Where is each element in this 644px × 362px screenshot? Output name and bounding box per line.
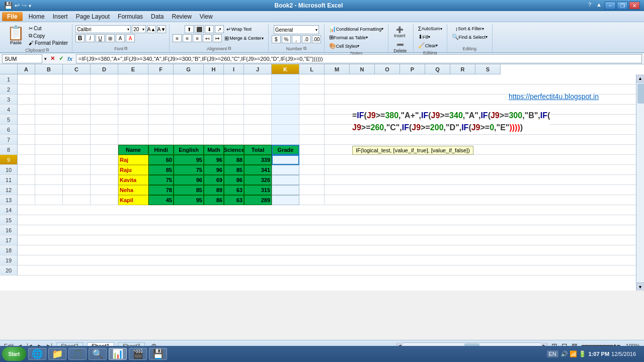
- col-header-r[interactable]: R: [450, 64, 475, 74]
- font-color-button[interactable]: A: [126, 34, 135, 42]
- find-select-button[interactable]: 🔍 Find & Select ▾: [450, 33, 490, 41]
- cell-d4[interactable]: [91, 105, 118, 115]
- cell-e12-neha[interactable]: Neha: [118, 185, 148, 195]
- cell-a1[interactable]: [18, 74, 35, 84]
- cell-a11[interactable]: [18, 175, 35, 185]
- cell-c13[interactable]: [63, 195, 91, 205]
- wrap-text-button[interactable]: ↵ Wrap Text: [225, 26, 253, 33]
- cell-row18[interactable]: [18, 245, 644, 255]
- cell-g11-english[interactable]: 96: [174, 175, 204, 185]
- cell-f10-hindi[interactable]: 85: [148, 165, 174, 175]
- cell-e13-kapil[interactable]: Kapil: [118, 195, 148, 205]
- cell-e2[interactable]: [118, 84, 148, 95]
- font-size-dropdown-icon[interactable]: ▾: [142, 27, 144, 32]
- cell-rest1[interactable]: [325, 74, 644, 84]
- cell-rest13[interactable]: [325, 195, 644, 205]
- col-header-c[interactable]: C: [63, 64, 91, 74]
- cell-f5[interactable]: [148, 115, 174, 125]
- row-num-10[interactable]: 10: [0, 165, 18, 175]
- clear-dropdown-icon[interactable]: ▾: [436, 43, 438, 48]
- col-header-o[interactable]: O: [375, 64, 400, 74]
- cell-f4[interactable]: [148, 105, 174, 115]
- cell-h4[interactable]: [204, 105, 224, 115]
- font-name-dropdown-icon[interactable]: ▾: [127, 27, 129, 32]
- cell-c12[interactable]: [63, 185, 91, 195]
- cell-h13-math[interactable]: 86: [204, 195, 224, 205]
- cell-a8[interactable]: [18, 145, 35, 155]
- cell-f12-hindi[interactable]: 78: [148, 185, 174, 195]
- number-format-dropdown-icon[interactable]: ▾: [315, 28, 317, 32]
- cell-h8-math-header[interactable]: Math: [204, 145, 224, 155]
- cell-b2[interactable]: [35, 84, 63, 95]
- row-num-16[interactable]: 16: [0, 225, 18, 235]
- copy-button[interactable]: ⧉ Copy: [28, 32, 69, 39]
- cell-j7[interactable]: [244, 135, 272, 145]
- cell-c9[interactable]: [63, 155, 91, 165]
- cell-c3[interactable]: [63, 95, 91, 105]
- number-format-box[interactable]: General ▾: [274, 25, 319, 34]
- redo-icon[interactable]: ↪: [22, 2, 27, 9]
- cell-h5[interactable]: [204, 115, 224, 125]
- cell-a3[interactable]: [18, 95, 35, 105]
- cell-i4[interactable]: [224, 105, 244, 115]
- currency-button[interactable]: $: [272, 35, 281, 43]
- cell-g2[interactable]: [174, 84, 204, 95]
- cell-c6[interactable]: [63, 125, 91, 135]
- cell-rest4[interactable]: [325, 105, 644, 115]
- cell-d3[interactable]: [91, 95, 118, 105]
- cell-a7[interactable]: [18, 135, 35, 145]
- restore-button[interactable]: ❐: [617, 2, 628, 10]
- taskbar-video[interactable]: 🎬: [129, 348, 147, 360]
- row-num-8[interactable]: 8: [0, 145, 18, 155]
- cell-a10[interactable]: [18, 165, 35, 175]
- conditional-dropdown-icon[interactable]: ▾: [381, 27, 383, 31]
- autosum-button[interactable]: Σ AutoSum ▾: [417, 25, 444, 32]
- cell-c1[interactable]: [63, 74, 91, 84]
- cell-i7[interactable]: [224, 135, 244, 145]
- sort-filter-button[interactable]: ↕ Sort & Filter ▾: [454, 25, 486, 32]
- cell-b4[interactable]: [35, 105, 63, 115]
- formula-confirm-button[interactable]: ✓: [57, 55, 65, 62]
- col-header-m[interactable]: M: [325, 64, 350, 74]
- cell-f7[interactable]: [148, 135, 174, 145]
- cell-rest10[interactable]: [325, 165, 644, 175]
- cell-b9[interactable]: [35, 155, 63, 165]
- cell-k13-grade[interactable]: [272, 195, 299, 205]
- cell-j2[interactable]: [244, 84, 272, 95]
- align-right-button[interactable]: ≡: [193, 34, 202, 42]
- cell-b5[interactable]: [35, 115, 63, 125]
- cell-row20[interactable]: [18, 265, 644, 276]
- taskbar-explorer[interactable]: 📁: [48, 348, 66, 360]
- cell-d11[interactable]: [91, 175, 118, 185]
- cell-f8-hindi-header[interactable]: Hindi: [148, 145, 174, 155]
- autosum-dropdown-icon[interactable]: ▾: [440, 27, 442, 31]
- cell-i3[interactable]: [224, 95, 244, 105]
- cell-k6[interactable]: [272, 125, 299, 135]
- decrease-indent-button[interactable]: ↤: [203, 34, 212, 42]
- cell-d7[interactable]: [91, 135, 118, 145]
- cell-k11-grade[interactable]: [272, 175, 299, 185]
- cell-d5[interactable]: [91, 115, 118, 125]
- row-num-19[interactable]: 19: [0, 255, 18, 265]
- cell-d10[interactable]: [91, 165, 118, 175]
- cell-c2[interactable]: [63, 84, 91, 95]
- col-header-h[interactable]: H: [204, 64, 224, 74]
- cell-l9[interactable]: [299, 155, 325, 165]
- cell-b8[interactable]: [35, 145, 63, 155]
- cell-e8-name-header[interactable]: Name: [118, 145, 148, 155]
- col-header-i[interactable]: I: [224, 64, 244, 74]
- cell-g6[interactable]: [174, 125, 204, 135]
- cell-l6[interactable]: [299, 125, 325, 135]
- cell-k10-grade[interactable]: [272, 165, 299, 175]
- cell-d13[interactable]: [91, 195, 118, 205]
- col-header-s[interactable]: S: [475, 64, 501, 74]
- cell-g7[interactable]: [174, 135, 204, 145]
- save-icon[interactable]: 💾: [4, 2, 13, 10]
- taskbar-excel[interactable]: 📊: [109, 348, 127, 360]
- cell-j3[interactable]: [244, 95, 272, 105]
- cell-g4[interactable]: [174, 105, 204, 115]
- cell-row17[interactable]: [18, 235, 644, 245]
- undo-icon[interactable]: ↩: [15, 2, 20, 9]
- underline-button[interactable]: U: [96, 34, 105, 42]
- col-header-j[interactable]: J: [244, 64, 272, 74]
